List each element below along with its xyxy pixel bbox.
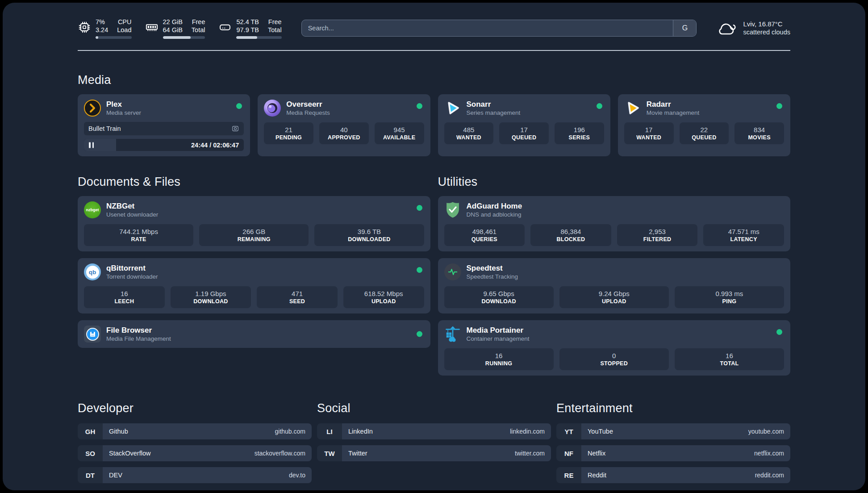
link-tag: SO — [78, 445, 103, 461]
app-title: NZBGet — [106, 201, 158, 211]
link-url: netflix.com — [754, 450, 784, 457]
stat-box-seed: 471 SEED — [257, 286, 338, 308]
stat-box-queued: 17 QUEUED — [499, 122, 549, 144]
app-title: Overseerr — [286, 100, 330, 109]
media-grid: Plex Media server Bullet Train 24:44 / 0… — [78, 94, 790, 156]
cpu-value-top: 7% — [96, 18, 108, 26]
link-url: github.com — [275, 428, 305, 435]
app-card-filebrowser[interactable]: File Browser Media File Management — [78, 320, 430, 348]
filebrowser-icon — [84, 326, 101, 343]
section-title-developer: Developer — [78, 401, 312, 415]
ram-total-value: 64 GiB — [163, 26, 183, 34]
link-row-twitter[interactable]: TW Twitter twitter.com — [317, 445, 551, 461]
stat-box-total: 16 TOTAL — [675, 348, 784, 370]
app-title: Radarr — [647, 100, 700, 109]
app-card-speedtest[interactable]: Speedtest Speedtest Tracking 9.65 Gbps D… — [438, 258, 791, 313]
stat-box-available: 945 AVAILABLE — [375, 122, 424, 144]
link-row-stackoverflow[interactable]: SO StackOverflow stackoverflow.com — [78, 445, 312, 461]
app-subtitle: Movie management — [647, 109, 700, 117]
stat-box-pending: 21 PENDING — [264, 122, 313, 144]
link-tag: LI — [317, 423, 342, 439]
app-card-overseerr[interactable]: Overseerr Media Requests 21 PENDING 40 A… — [258, 94, 430, 156]
app-title: qBittorrent — [106, 263, 158, 273]
ram-free-label: Free — [192, 18, 205, 26]
weather-widget[interactable]: Lviv, 16.87°C scattered clouds — [716, 20, 790, 37]
stat-box-series: 196 SERIES — [555, 122, 604, 144]
developer-links: Developer GH Github github.com SO StackO… — [78, 401, 312, 489]
stat-box-downloaded: 39.6 TB DOWNLOADED — [314, 224, 424, 246]
cpu-progress-fill — [96, 36, 98, 39]
link-name: LinkedIn — [348, 428, 373, 435]
status-dot — [776, 329, 782, 335]
stat-box-running: 16 RUNNING — [444, 348, 554, 370]
header-divider — [78, 50, 790, 51]
disk-free-value: 52.4 TB — [236, 18, 259, 26]
stat-box-upload: 9.24 Gbps UPLOAD — [559, 286, 669, 308]
nzbget-icon: nzbget — [84, 201, 101, 218]
qbittorrent-icon: qb — [84, 263, 101, 280]
app-title: AdGuard Home — [467, 201, 522, 211]
app-card-nzbget[interactable]: nzbget NZBGet Usenet downloader 744.21 M… — [78, 196, 430, 251]
search-input[interactable] — [301, 20, 697, 37]
pause-icon[interactable] — [89, 142, 94, 148]
now-playing-row: Bullet Train — [84, 122, 244, 135]
social-links: Social LI LinkedIn linkedin.com TW Twitt… — [317, 401, 551, 489]
section-title-entertainment: Entertainment — [556, 401, 790, 415]
link-url: linkedin.com — [510, 428, 545, 435]
section-title-utilities: Utilities — [438, 175, 791, 189]
entertainment-links: Entertainment YT YouTube youtube.com NF … — [556, 401, 790, 489]
weather-location: Lviv, 16.87°C — [743, 20, 790, 28]
app-card-qbittorrent[interactable]: qb qBittorrent Torrent downloader 16 LEE… — [78, 258, 430, 313]
utilities-column: Utilities AdGuard Home DNS and adblockin… — [438, 175, 791, 376]
disk-progress-fill — [236, 36, 257, 39]
app-card-radarr[interactable]: Radarr Movie management 17 WANTED 22 QUE… — [618, 94, 790, 156]
stat-box-filtered: 2,953 FILTERED — [617, 224, 698, 246]
link-name: Github — [109, 428, 128, 435]
status-dot — [417, 331, 422, 337]
app-subtitle: Media File Management — [106, 335, 171, 343]
stat-box-ping: 0.993 ms PING — [675, 286, 784, 308]
stat-box-stopped: 0 STOPPED — [559, 348, 669, 370]
app-card-adguard[interactable]: AdGuard Home DNS and adblocking 498,461 … — [438, 196, 791, 251]
disk-total-value: 97.9 TB — [236, 26, 259, 34]
link-row-netflix[interactable]: NF Netflix netflix.com — [556, 445, 790, 461]
sonarr-icon — [444, 100, 461, 117]
stat-box-queued: 22 QUEUED — [680, 122, 729, 144]
ram-icon — [145, 21, 159, 34]
link-name: Reddit — [588, 472, 606, 479]
link-row-youtube[interactable]: YT YouTube youtube.com — [556, 423, 790, 439]
disk-progress-track — [236, 36, 281, 39]
search-engine-label: G — [682, 24, 688, 32]
cpu-progress-track — [96, 36, 132, 39]
link-url: youtube.com — [748, 428, 784, 435]
playback-progress-bar[interactable]: 24:44 / 02:06:47 — [84, 139, 244, 151]
search-engine-button[interactable]: G — [673, 20, 696, 36]
hardware-stats: 7% 3.24 CPU Load — [78, 18, 282, 39]
link-row-dev[interactable]: DT DEV dev.to — [78, 467, 312, 483]
link-row-github[interactable]: GH Github github.com — [78, 423, 312, 439]
link-row-reddit[interactable]: RE Reddit reddit.com — [556, 467, 790, 483]
app-title: File Browser — [106, 326, 171, 335]
link-tag: YT — [556, 423, 581, 439]
link-name: Twitter — [348, 450, 367, 457]
app-subtitle: Media server — [106, 109, 141, 117]
ram-total-label: Total — [192, 26, 205, 34]
link-tag: NF — [556, 445, 581, 461]
link-row-linkedin[interactable]: LI LinkedIn linkedin.com — [317, 423, 551, 439]
cpu-icon — [78, 21, 91, 34]
app-card-portainer[interactable]: Media Portainer Container management 16 … — [438, 320, 791, 376]
stat-box-download: 9.65 Gbps DOWNLOAD — [444, 286, 554, 308]
app-subtitle: Usenet downloader — [106, 211, 158, 218]
app-card-plex[interactable]: Plex Media server Bullet Train 24:44 / 0… — [78, 94, 250, 156]
radarr-icon — [624, 100, 641, 117]
app-title: Sonarr — [467, 100, 521, 109]
app-subtitle: Series management — [467, 109, 521, 117]
link-name: StackOverflow — [109, 450, 150, 457]
app-title: Speedtest — [467, 263, 518, 273]
speedtest-icon — [444, 263, 461, 280]
top-bar: 7% 3.24 CPU Load — [78, 15, 790, 41]
link-url: stackoverflow.com — [255, 450, 305, 457]
app-card-sonarr[interactable]: Sonarr Series management 485 WANTED 17 Q… — [438, 94, 610, 156]
section-title-social: Social — [317, 401, 551, 415]
link-name: YouTube — [588, 428, 613, 435]
